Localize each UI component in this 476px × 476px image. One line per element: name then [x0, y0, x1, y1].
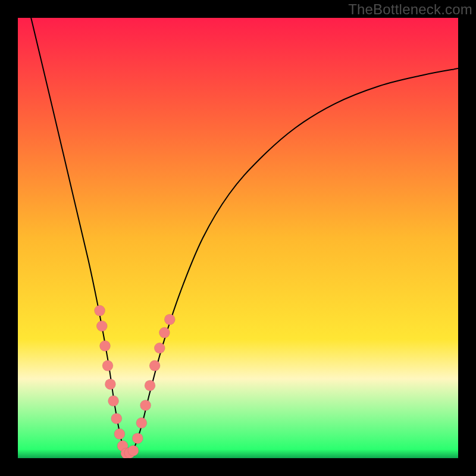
- bottleneck-curve: [31, 18, 458, 456]
- watermark-label: TheBottleneck.com: [348, 1, 472, 18]
- bead-point: [154, 343, 165, 353]
- bead-point: [132, 433, 143, 444]
- bead-point: [145, 380, 155, 391]
- bead-point: [96, 321, 107, 331]
- bead-point: [159, 327, 170, 338]
- bead-point: [128, 445, 139, 456]
- bead-point: [100, 340, 111, 351]
- chart-frame: TheBottleneck.com: [0, 0, 476, 476]
- bead-point: [111, 413, 122, 424]
- bead-point: [149, 361, 160, 371]
- bead-point: [95, 305, 105, 316]
- bead-point: [164, 314, 175, 325]
- bead-point: [140, 400, 151, 411]
- bead-point: [108, 396, 119, 406]
- bead-point: [102, 361, 113, 371]
- curve-svg: [18, 18, 458, 458]
- bead-point: [105, 379, 115, 390]
- bead-layer: [95, 305, 176, 458]
- bead-point: [114, 428, 125, 439]
- bead-point: [136, 418, 147, 428]
- plot-area: [18, 18, 458, 458]
